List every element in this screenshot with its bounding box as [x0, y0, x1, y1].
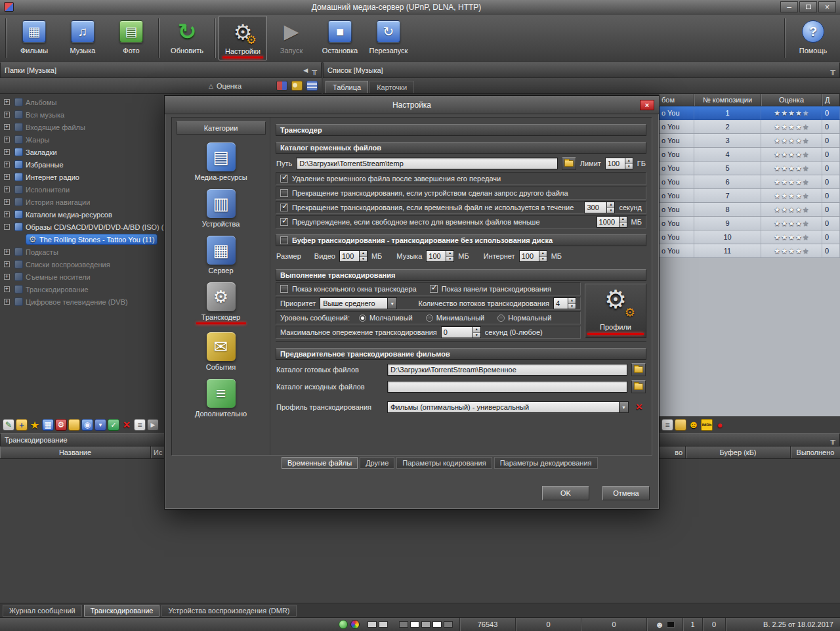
limit-spinner[interactable]: 100▲▼	[605, 158, 633, 169]
pin-icon[interactable]: ╥	[830, 66, 835, 74]
pin-icon[interactable]: ╥	[830, 436, 835, 444]
tab-transcoding[interactable]: Транскодирование	[84, 605, 160, 617]
spin-up-icon[interactable]: ▲	[473, 327, 480, 333]
transcode-profile-dropdown[interactable]: Фильмы (оптимальный) - универсальный▼	[387, 401, 629, 413]
toolbar-refresh[interactable]: ↻ Обновить	[163, 16, 211, 60]
add-folder-icon[interactable]	[16, 419, 28, 431]
ok-button[interactable]: OK	[542, 486, 589, 500]
console-window-option[interactable]: Показ консольного окна транскодера	[280, 285, 417, 293]
dropdown-arrow-icon[interactable]: ▼	[619, 401, 629, 413]
checkbox[interactable]	[280, 218, 288, 226]
save-icon[interactable]	[94, 419, 106, 431]
category-item[interactable]: Медиа-ресурсы	[172, 142, 270, 181]
expand-toggle[interactable]: +	[4, 299, 10, 305]
rating-cell[interactable]: ★★★★★	[761, 120, 822, 133]
record-icon[interactable]	[714, 419, 726, 431]
column-rating[interactable]: Оценка	[761, 94, 822, 106]
toolbar-start[interactable]: ▶ Запуск	[267, 16, 316, 60]
toolbar-music[interactable]: ♫ Музыка	[58, 16, 107, 60]
expand-toggle[interactable]: +	[4, 211, 10, 217]
sort-column-label[interactable]: Оценка	[217, 82, 242, 90]
dropdown-arrow-icon[interactable]: ▼	[387, 297, 397, 309]
category-item[interactable]: Дополнительно	[172, 379, 270, 418]
access-key-icon[interactable]	[291, 81, 303, 91]
artists-filter-icon[interactable]	[276, 81, 287, 91]
message-level-radio[interactable]: Нормальный	[497, 314, 551, 322]
track-row[interactable]: o You 6 ★★★★★ 0	[660, 175, 840, 189]
transcode-panel-option[interactable]: Показ панели транскодирования	[430, 285, 551, 293]
spin-down-icon[interactable]: ▼	[607, 208, 614, 213]
expand-toggle[interactable]: +	[4, 137, 10, 142]
view-grid-icon[interactable]	[42, 419, 54, 431]
track-row[interactable]: o You 9 ★★★★★ 0	[660, 217, 840, 230]
track-row[interactable]: o You 10 ★★★★★ 0	[660, 230, 840, 244]
expand-toggle[interactable]: +	[4, 274, 10, 280]
spin-up-icon[interactable]: ▲	[625, 158, 633, 164]
track-row[interactable]: o You 4 ★★★★★ 0	[660, 148, 840, 162]
radio-icon[interactable]	[359, 315, 366, 322]
category-item[interactable]: Транскодер	[172, 282, 270, 324]
expand-toggle[interactable]: +	[4, 186, 10, 192]
buffer-size-spinner[interactable]: 100▲▼	[339, 250, 368, 262]
track-row[interactable]: o You 2 ★★★★★ 0	[660, 120, 840, 134]
message-level-radio[interactable]: Минимальный	[426, 314, 484, 322]
edit-icon[interactable]	[3, 419, 14, 431]
category-item[interactable]: События	[172, 332, 270, 371]
expand-toggle[interactable]: +	[4, 286, 10, 292]
toolbar-photo[interactable]: ▤ Фото	[107, 16, 156, 60]
tab-table-view[interactable]: Таблица	[326, 81, 368, 93]
temp-path-input[interactable]: D:\Загрузки\TorrentStream\temp	[296, 158, 558, 169]
column-progress[interactable]: Выполнено	[791, 446, 840, 458]
ready-folder-input[interactable]: D:\Загрузки\TorrentStream\Временное	[387, 364, 627, 376]
open-folder-icon[interactable]	[68, 419, 80, 431]
option-row[interactable]: Предупреждение, если свободное место для…	[276, 215, 646, 228]
delete-icon[interactable]	[121, 419, 133, 431]
spin-up-icon[interactable]: ▲	[607, 202, 614, 208]
category-item[interactable]: Устройства	[172, 189, 270, 228]
rating-cell[interactable]: ★★★★★	[761, 189, 822, 202]
checkbox[interactable]	[430, 285, 438, 293]
browse-temp-folder-button[interactable]	[562, 157, 576, 170]
checkbox[interactable]	[280, 175, 288, 183]
buffer-group-header[interactable]: Буфер транскодирования - транскодировани…	[276, 234, 646, 246]
tab-message-log[interactable]: Журнал сообщений	[3, 605, 82, 617]
smiley-icon[interactable]	[688, 419, 700, 431]
track-row[interactable]: o You 5 ★★★★★ 0	[660, 162, 840, 175]
remove-profile-button[interactable]: ×	[633, 401, 646, 414]
radio-icon[interactable]	[497, 315, 505, 322]
buffer-size-spinner[interactable]: 100▲▼	[426, 250, 454, 262]
browse-ready-folder-button[interactable]	[631, 363, 646, 376]
column-duration[interactable]: Д	[822, 94, 840, 106]
spin-down-icon[interactable]: ▼	[620, 223, 627, 228]
checkbox[interactable]	[280, 285, 288, 293]
expand-toggle[interactable]: +	[4, 124, 10, 130]
option-row[interactable]: Удаление временного файла после завершен…	[276, 172, 646, 185]
minimize-button[interactable]: –	[780, 1, 798, 12]
spin-down-icon[interactable]: ▼	[360, 257, 367, 262]
play-icon[interactable]	[147, 419, 159, 431]
column-buffer[interactable]: Буфер (кБ)	[686, 446, 791, 458]
spin-up-icon[interactable]: ▲	[568, 298, 576, 304]
collapse-arrow-icon[interactable]: ◀	[303, 67, 308, 74]
column-name[interactable]: Название	[0, 446, 151, 458]
column-track-number[interactable]: № композиции	[694, 94, 761, 106]
maximize-button[interactable]	[799, 1, 817, 12]
document-icon[interactable]	[134, 419, 146, 431]
expand-toggle[interactable]: +	[4, 149, 10, 155]
tab-encoding-params[interactable]: Параметры кодирования	[396, 457, 492, 469]
option-row[interactable]: Прекращение транскодирования, если време…	[276, 201, 646, 214]
spin-up-icon[interactable]: ▲	[360, 251, 367, 257]
rating-cell[interactable]: ★★★★★	[761, 162, 822, 175]
spin-down-icon[interactable]: ▼	[473, 333, 480, 338]
toolbar-restart[interactable]: ↻ Перезапуск	[364, 16, 413, 60]
column-album[interactable]: бом	[660, 94, 694, 106]
threads-spinner[interactable]: 4▲▼	[553, 297, 576, 309]
rating-cell[interactable]: ★★★★★	[761, 203, 822, 216]
spin-down-icon[interactable]: ▼	[539, 257, 547, 262]
value-spinner[interactable]: 300▲▼	[584, 202, 615, 213]
sort-options-icon[interactable]	[306, 81, 318, 91]
spin-up-icon[interactable]: ▲	[539, 251, 547, 257]
cancel-button[interactable]: Отмена	[602, 486, 650, 500]
rating-cell[interactable]: ★★★★★	[761, 134, 822, 147]
source-folder-input[interactable]	[387, 381, 627, 393]
